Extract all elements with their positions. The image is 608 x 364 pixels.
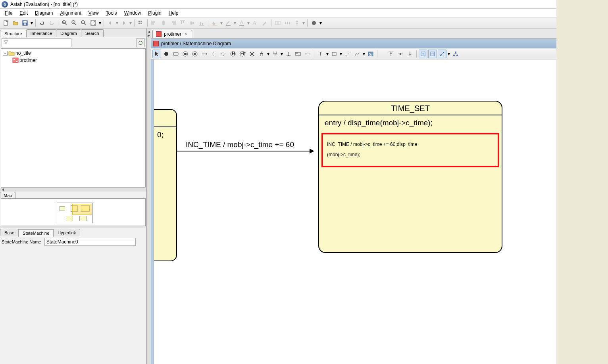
region-tool[interactable] xyxy=(303,50,312,58)
diagram-canvas[interactable]: 0; INC_TIME / mobj->c_time += 60 TIME_SE… xyxy=(151,59,608,364)
menu-help[interactable]: Help xyxy=(165,10,182,17)
history-h-tool[interactable]: H xyxy=(229,50,237,58)
tab-statemachine[interactable]: StateMachine xyxy=(18,229,54,237)
doc-tab-label: protimer xyxy=(164,31,181,37)
menu-diagram[interactable]: Diagram xyxy=(32,10,56,17)
tree-item-label: protimer xyxy=(19,57,37,63)
join-dropdown[interactable]: ▾ xyxy=(280,50,283,58)
state-internal-transition-selected[interactable]: INC_TIME / mobj->c_time += 60;disp_time … xyxy=(321,133,499,167)
menu-view[interactable]: View xyxy=(85,10,102,17)
svg-text:H: H xyxy=(232,51,235,56)
resize-tool[interactable] xyxy=(438,50,446,58)
svg-rect-56 xyxy=(13,58,18,63)
final-state-tool[interactable] xyxy=(181,50,190,58)
select-tool[interactable] xyxy=(152,50,161,58)
state-partial-left[interactable]: 0; xyxy=(154,109,177,261)
rect-dropdown[interactable]: ▾ xyxy=(339,50,342,58)
text-dropdown[interactable]: ▾ xyxy=(326,50,329,58)
pin-tool[interactable] xyxy=(406,50,414,58)
nav-back-button xyxy=(106,19,115,27)
join-tool[interactable] xyxy=(271,50,279,58)
svg-line-8 xyxy=(65,23,67,25)
window-right-margin xyxy=(556,29,608,364)
state-time-set[interactable]: TIME_SET entry / disp_time(mobj->c_time)… xyxy=(318,101,502,253)
fork-tool[interactable] xyxy=(257,50,266,58)
layout-tool[interactable] xyxy=(451,50,460,58)
choice-tool[interactable] xyxy=(219,50,228,58)
entry-point-tool[interactable] xyxy=(284,50,293,58)
svg-point-65 xyxy=(194,53,196,55)
tree-collapse-icon[interactable]: − xyxy=(3,51,8,56)
line-tool[interactable] xyxy=(343,50,352,58)
fork-dropdown[interactable]: ▾ xyxy=(267,50,270,58)
tab-diagram[interactable]: Diagram xyxy=(56,29,81,37)
rect-tool[interactable] xyxy=(330,50,339,58)
deep-history-tool[interactable]: H* xyxy=(238,50,247,58)
zoom-in-button[interactable] xyxy=(60,19,69,27)
submachine-tool[interactable] xyxy=(294,50,302,58)
open-button[interactable] xyxy=(11,19,20,27)
collapse-tool[interactable] xyxy=(428,50,437,58)
zoom-fit-button[interactable] xyxy=(79,19,88,27)
terminate-tool[interactable] xyxy=(248,50,256,58)
structure-tree[interactable]: − no_title protimer xyxy=(1,48,146,188)
image-tool[interactable] xyxy=(366,50,375,58)
svg-line-12 xyxy=(75,23,76,25)
resize-dropdown[interactable]: ▾ xyxy=(447,50,450,58)
shape-style-button[interactable] xyxy=(310,19,318,27)
fit-dropdown[interactable]: ▾ xyxy=(98,19,102,27)
svg-rect-61 xyxy=(173,52,178,56)
state-tool[interactable] xyxy=(171,50,180,58)
separator xyxy=(134,19,135,27)
close-tab-icon[interactable]: ✕ xyxy=(184,32,189,36)
undo-button[interactable] xyxy=(38,19,46,27)
svg-rect-20 xyxy=(140,21,142,22)
align-top-tool[interactable] xyxy=(387,50,395,58)
menu-alignment[interactable]: Alignment xyxy=(57,10,84,17)
freehand-dropdown[interactable]: ▾ xyxy=(362,50,366,58)
align-bottom-button xyxy=(197,19,206,27)
menu-bar: File Edit Diagram Alignment View Tools W… xyxy=(0,9,608,17)
fit-window-button[interactable] xyxy=(89,19,98,27)
expand-tool[interactable] xyxy=(419,50,427,58)
grid-button[interactable] xyxy=(137,19,145,27)
tab-inheritance[interactable]: Inheritance xyxy=(26,29,56,37)
initial-state-tool[interactable] xyxy=(162,50,171,58)
refresh-button[interactable] xyxy=(136,38,145,47)
menu-file[interactable]: File xyxy=(2,10,15,17)
new-button[interactable] xyxy=(2,19,10,27)
svg-rect-51 xyxy=(296,21,298,22)
splitter-vertical[interactable]: ◀▶ xyxy=(147,29,151,364)
tab-map[interactable]: Map xyxy=(0,192,15,199)
transition-tool[interactable] xyxy=(200,50,209,58)
menu-edit[interactable]: Edit xyxy=(16,10,31,17)
splitter-horizontal[interactable]: ▲▼ xyxy=(0,188,146,192)
menu-tools[interactable]: Tools xyxy=(103,10,120,17)
menu-plugin[interactable]: Plugin xyxy=(145,10,164,17)
statemachine-name-input[interactable] xyxy=(44,238,136,246)
svg-rect-46 xyxy=(275,21,277,25)
align-middle-tool[interactable] xyxy=(396,50,405,58)
doc-tab-protimer[interactable]: protimer ✕ xyxy=(152,30,192,38)
map-overview[interactable] xyxy=(1,198,146,226)
transition-arrow[interactable] xyxy=(177,151,314,151)
freehand-tool[interactable] xyxy=(353,50,362,58)
shallow-history-tool[interactable] xyxy=(190,50,199,58)
junction-tool[interactable] xyxy=(210,50,218,58)
save-dropdown[interactable]: ▾ xyxy=(30,19,33,27)
separator xyxy=(147,19,148,27)
shape-style-dropdown[interactable]: ▾ xyxy=(319,19,322,27)
tab-base[interactable]: Base xyxy=(0,229,19,236)
svg-rect-30 xyxy=(172,21,175,23)
save-button[interactable] xyxy=(21,19,29,27)
transition-label[interactable]: INC_TIME / mobj->c_time += 60 xyxy=(186,140,294,149)
menu-window[interactable]: Window xyxy=(121,10,144,17)
text-tool[interactable]: T xyxy=(316,50,325,58)
tab-hyperlink[interactable]: Hyperlink xyxy=(53,229,80,236)
separator xyxy=(416,50,417,57)
tab-search[interactable]: Search xyxy=(81,29,104,37)
filter-input[interactable] xyxy=(2,38,71,47)
svg-point-54 xyxy=(312,21,316,25)
tab-structure[interactable]: Structure xyxy=(0,30,27,37)
zoom-out-button[interactable] xyxy=(70,19,79,27)
